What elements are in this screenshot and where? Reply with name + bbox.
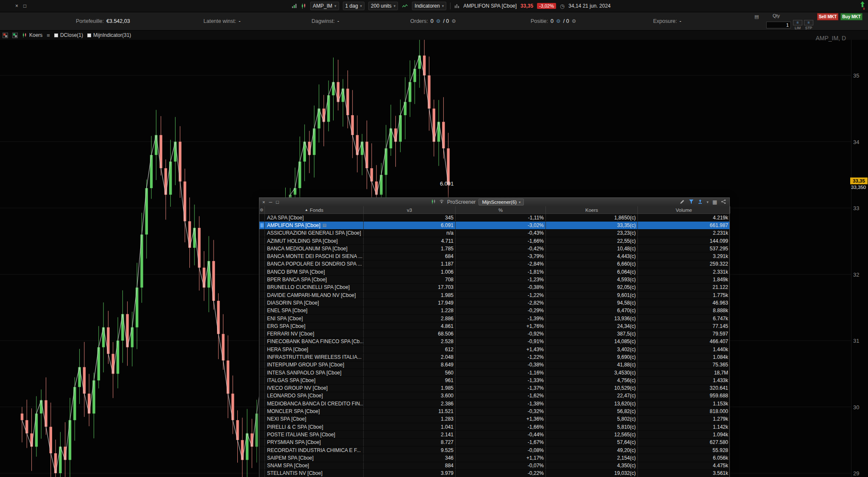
pct-cell: +1,43% [456,346,546,353]
v3-cell: 684 [364,252,456,260]
legend-menu-icon[interactable]: ≡ [47,32,50,39]
stop-order-button[interactable]: ≡ STP [804,20,813,30]
signal-bars-icon[interactable] [292,3,297,8]
dclose-value-tag: 33,350 [851,185,866,190]
screener-row[interactable]: A2A SPA [Cboe]345-1,11%1,8650(c)4.219k [259,214,729,222]
volume-cell: 1.142k [638,423,729,430]
proscreener-window: × ─ □ ProScreener MijnScreener(6) ▾ [259,197,730,477]
fonds-cell: LEONARDO SPA [Cboe] [265,392,364,399]
minimize-icon[interactable]: ─ [269,200,272,205]
screener-row[interactable]: IVECO GROUP NV [Cboe]1.985-1,37%10,529(c… [259,385,729,392]
koers-cell: 9,690(c) [546,353,638,361]
screener-row[interactable]: BANCO BPM SPA [Cboe]1.006-1,81%6,064(c)2… [259,268,729,276]
legend-mijnindicator[interactable]: MijnIndicator(31) [87,32,131,38]
screener-row[interactable]: RECORDATI INDUSTRIA CHIMICA E F...9.525-… [259,446,729,454]
screener-row[interactable]: AMPLIFON SPA [Cboe]▤6.091-3,02%33,35(c)6… [259,222,729,229]
screener-row[interactable]: SNAM SPA [Cboe]884-0,07%4,350(c)4.475k [259,462,729,470]
buy-market-button[interactable]: Buy MKT [840,13,862,20]
screener-name-dropdown[interactable]: MijnScreener(6) ▾ [479,199,524,205]
edit-pencil-icon[interactable] [680,199,685,205]
screener-row[interactable]: STELLANTIS NV [Cboe]3.979-0,22%19,032(c)… [259,470,729,477]
screener-row[interactable]: MEDIOBANCA BANCA DI CREDITO FIN...2.386-… [259,400,729,408]
orders-config-icon[interactable]: ⚙ [436,18,441,24]
screener-row[interactable]: NEXI SPA [Cboe]1.283+1,36%5,802(c)1.279k [259,416,729,423]
screener-row[interactable]: ENEL SPA [Cboe]1.228-0,29%6,470(c)8.888k [259,307,729,315]
fonds-cell: AMPLIFON SPA [Cboe]▤ [265,222,364,229]
order-panel-icon[interactable]: ▤ [754,14,759,19]
screener-row[interactable]: ITALGAS SPA [Cboe]961-1,33%4,756(c)1.433… [259,377,729,384]
export-icon[interactable] [698,199,703,205]
screener-row[interactable]: HERA SPA [Cboe]612+1,43%3,402(c)1.440k [259,346,729,353]
qty-input[interactable] [766,22,791,28]
panel-icon-green[interactable] [12,33,18,38]
panel-icon-red[interactable] [3,33,8,38]
screener-row[interactable]: BRUNELLO CUCINELLI SPA [Cboe]17.703-0,38… [259,284,729,291]
close-icon[interactable]: × [262,200,265,205]
screener-row[interactable]: BANCA MONTE DEI PASCHI DI SIENA ...684-3… [259,252,729,260]
screener-row[interactable]: INFRASTRUTTURE WIRELESS ITALIA...2.048-1… [259,353,729,361]
units-selector[interactable]: 200 units▾ [368,2,398,10]
screener-row[interactable]: BANCA MEDIOLANUM SPA [Cboe]1.785-0,42%10… [259,245,729,252]
screener-row[interactable]: AZIMUT HOLDING SPA [Cboe]4.711-1,66%22,5… [259,237,729,245]
screener-row[interactable]: POSTE ITALIANE SPA [Cboe]2.141-0,44%12,5… [259,431,729,438]
pct-cell: -1,67% [456,439,546,446]
price-axis[interactable]: 35343332313029 [851,40,868,477]
close-icon[interactable]: × [15,3,18,9]
instrument-selector[interactable]: AMP_IM▾ [310,2,339,10]
screener-row[interactable]: DAVIDE CAMPARI-MILANO NV [Cboe]1.985-1,2… [259,291,729,299]
timeframe-selector[interactable]: 1 dag▾ [343,2,365,10]
screener-row[interactable]: FINECOBANK BANCA FINECO SPA [Cb...2.528-… [259,338,729,346]
filter-funnel-icon[interactable] [689,199,694,205]
orders-settings-icon[interactable]: ⚙ [451,18,456,24]
share-icon[interactable] [721,199,726,205]
row-marker [259,346,265,353]
maximize-icon[interactable]: □ [276,200,279,205]
candlestick-style-icon[interactable] [301,3,306,9]
price-alert-arrows-icon[interactable] [860,1,866,12]
fonds-cell: INTERPUMP GROUP SPA [Cboe] [265,361,364,369]
screener-row[interactable]: ENI SPA [Cboe]2.886-1,39%13,936(c)6.747k [259,315,729,322]
tab-koers[interactable]: Koers [22,32,42,38]
screener-row[interactable]: ASSICURAZIONI GENERALI SPA [Cboe]n/a-0,4… [259,230,729,237]
column-layout-icon[interactable]: ▦ [712,199,717,205]
screener-row[interactable]: PRYSMIAN SPA [Cboe]8.727-1,67%57,64(c)62… [259,439,729,446]
indicators-button[interactable]: Indicatoren▾ [412,2,446,10]
proscreener-label: ProScreener [447,199,476,205]
volume-cell: 4.475k [638,462,729,469]
screener-row[interactable]: INTESA SANPAOLO SPA [Cboe]560-1,16%3,453… [259,369,729,377]
screener-row[interactable]: BANCA POPOLARE DI SONDRIO SPA ...1.187-2… [259,261,729,268]
column-header-volume[interactable]: Volume [638,206,730,214]
chevron-down-icon[interactable]: ▾ [707,200,709,204]
column-header-pct[interactable]: % [456,206,546,214]
screener-row[interactable]: MONCLER SPA [Cboe]11.521-0,32%56,82(c)81… [259,408,729,415]
column-header-koers[interactable]: Koers [546,206,638,214]
column-header-v3[interactable]: v3 [364,206,456,214]
column-header-fonds[interactable]: ▲ Fonds [265,206,364,214]
pct-cell: +1,17% [456,454,546,461]
maximize-icon[interactable]: □ [23,3,26,9]
order-type-buttons: ≡ LIM ≡ STP [793,20,813,30]
row-marker [259,462,265,469]
screener-row[interactable]: ERG SPA [Cboe]4.861+1,76%24,34(c)77.145 [259,322,729,330]
screener-titlebar[interactable]: × ─ □ ProScreener MijnScreener(6) ▾ [259,198,729,206]
sell-market-button[interactable]: Sell MKT [817,13,838,20]
legend-dclose[interactable]: DClose(1) [54,32,83,38]
screener-row[interactable]: DIASORIN SPA [Cboe]17.949-2,82%94,58(c)4… [259,299,729,307]
screener-row[interactable]: LEONARDO SPA [Cboe]3.600-1,62%22,47(c)95… [259,392,729,400]
position-config-icon[interactable]: ⚙ [556,18,561,24]
v3-cell: 1.785 [364,245,456,252]
price-axis-tick: 31 [853,338,859,344]
table-config-icon[interactable]: ⚙ [259,206,265,214]
screener-row[interactable]: FERRARI NV [Cboe]68.506-0,92%387,5(c)79.… [259,330,729,338]
chevron-down-icon: ▾ [394,4,396,8]
screener-row[interactable]: SAIPEM SPA [Cboe]346+1,17%2,154(c)6.056k [259,454,729,462]
position-settings-icon[interactable]: ⚙ [572,18,576,24]
screener-row[interactable]: BPER BANCA SPA [Cboe]708-1,23%4,593(c)1.… [259,276,729,283]
screener-row[interactable]: PIRELLI & C SPA [Cboe]1.041-1,66%5,810(c… [259,423,729,431]
pct-cell: -0,91% [456,338,546,345]
divider [450,3,451,9]
pct-cell: -2,84% [456,261,546,268]
limit-order-button[interactable]: ≡ LIM [793,20,802,30]
row-marker [259,268,265,275]
screener-row[interactable]: INTERPUMP GROUP SPA [Cboe]8.649-0,38%41,… [259,361,729,369]
